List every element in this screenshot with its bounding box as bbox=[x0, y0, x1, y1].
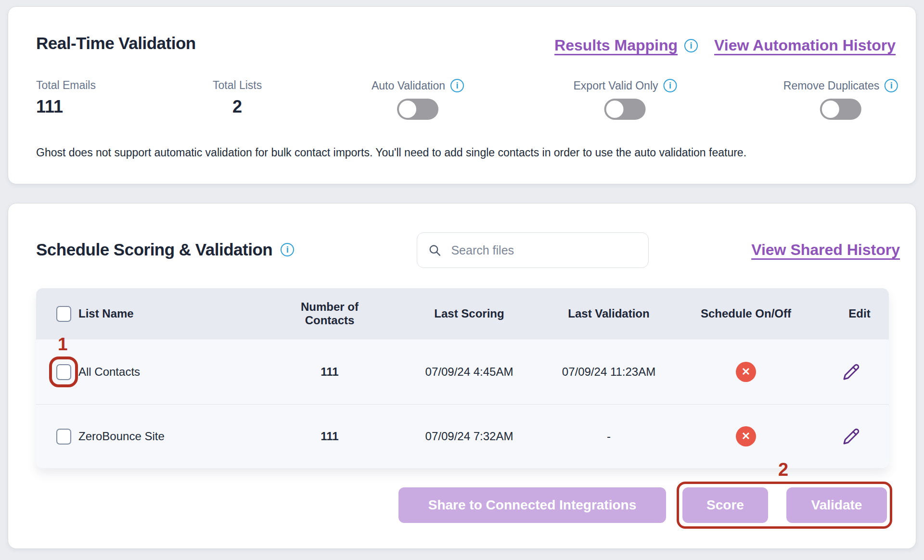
remove-duplicates-label-text: Remove Duplicates bbox=[783, 79, 879, 92]
score-button[interactable]: Score bbox=[682, 487, 768, 523]
total-emails-value: 111 bbox=[36, 97, 96, 117]
ghost-auto-validation-note: Ghost does not support automatic validat… bbox=[36, 146, 746, 159]
results-mapping-info-icon[interactable]: i bbox=[684, 39, 698, 52]
total-emails-label: Total Emails bbox=[36, 79, 96, 92]
number-of-contacts-header: Number of Contacts bbox=[277, 300, 383, 327]
list-name-value: All Contacts bbox=[78, 365, 140, 379]
schedule-scoring-card: Schedule Scoring & Validation i View Sha… bbox=[8, 203, 916, 549]
toggle-knob bbox=[399, 101, 416, 118]
realtime-validation-card: Real-Time Validation Results Mapping i V… bbox=[8, 6, 916, 184]
edit-pencil-icon[interactable] bbox=[843, 363, 860, 381]
row-checkbox-all-contacts[interactable] bbox=[56, 364, 71, 380]
last-scoring-value: 07/09/24 7:32AM bbox=[383, 430, 556, 443]
validate-button[interactable]: Validate bbox=[786, 487, 887, 523]
select-all-checkbox[interactable] bbox=[56, 306, 71, 322]
total-lists-label: Total Lists bbox=[213, 79, 262, 92]
row-name-cell: ZeroBounce Site bbox=[36, 429, 277, 445]
schedule-cell: ✕ bbox=[662, 426, 830, 446]
toggle-knob bbox=[606, 101, 624, 118]
auto-validation-toggle[interactable] bbox=[397, 99, 438, 120]
remove-duplicates-toggle[interactable] bbox=[820, 99, 861, 120]
auto-validation-info-icon[interactable]: i bbox=[450, 79, 464, 92]
total-lists-value: 2 bbox=[232, 97, 242, 117]
last-scoring-value: 07/09/24 4:45AM bbox=[383, 365, 556, 379]
edit-pencil-icon[interactable] bbox=[843, 428, 860, 445]
export-valid-only-label-text: Export Valid Only bbox=[574, 79, 658, 92]
remove-duplicates-label: Remove Duplicates i bbox=[783, 79, 898, 92]
realtime-validation-title: Real-Time Validation bbox=[36, 34, 196, 53]
auto-validation-label-text: Auto Validation bbox=[372, 79, 445, 92]
list-name-value: ZeroBounce Site bbox=[78, 430, 165, 443]
schedule-title-row: Schedule Scoring & Validation i bbox=[36, 240, 294, 259]
schedule-off-icon[interactable]: ✕ bbox=[736, 426, 756, 446]
last-validation-value: - bbox=[556, 430, 662, 443]
list-name-header: List Name bbox=[78, 307, 134, 320]
page: Real-Time Validation Results Mapping i V… bbox=[0, 0, 924, 560]
search-files-input[interactable] bbox=[451, 243, 638, 257]
search-icon bbox=[428, 242, 441, 258]
scoring-validation-table: List Name Number of Contacts Last Scorin… bbox=[36, 288, 889, 468]
schedule-scoring-title: Schedule Scoring & Validation bbox=[36, 240, 272, 259]
view-automation-history-link[interactable]: View Automation History bbox=[714, 37, 896, 54]
contacts-count-value: 111 bbox=[277, 430, 383, 443]
search-files-box[interactable] bbox=[417, 232, 649, 268]
schedule-scoring-info-icon[interactable]: i bbox=[281, 243, 294, 256]
total-emails-stat: Total Emails 111 bbox=[36, 79, 96, 117]
export-valid-only-toggle-group: Export Valid Only i bbox=[574, 79, 677, 120]
results-mapping-link[interactable]: Results Mapping bbox=[554, 37, 678, 54]
last-scoring-header: Last Scoring bbox=[383, 307, 556, 320]
edit-cell bbox=[830, 428, 889, 445]
schedule-cell: ✕ bbox=[662, 362, 830, 382]
toggle-knob bbox=[822, 101, 839, 118]
export-valid-only-info-icon[interactable]: i bbox=[663, 79, 677, 92]
share-to-integrations-button[interactable]: Share to Connected Integrations bbox=[398, 487, 666, 523]
last-validation-header: Last Validation bbox=[556, 307, 662, 320]
export-valid-only-label: Export Valid Only i bbox=[574, 79, 677, 92]
schedule-on-off-header: Schedule On/Off bbox=[662, 307, 830, 320]
auto-validation-toggle-group: Auto Validation i bbox=[372, 79, 464, 120]
row-name-cell: All Contacts bbox=[36, 364, 277, 380]
remove-duplicates-info-icon[interactable]: i bbox=[885, 79, 898, 92]
table-row-zerobounce-site: ZeroBounce Site 111 07/09/24 7:32AM - ✕ bbox=[36, 404, 889, 468]
schedule-off-icon[interactable]: ✕ bbox=[736, 362, 756, 382]
table-row-all-contacts: All Contacts 111 07/09/24 4:45AM 07/09/2… bbox=[36, 339, 889, 404]
last-validation-value: 07/09/24 11:23AM bbox=[556, 365, 662, 379]
realtime-header-links: Results Mapping i View Automation Histor… bbox=[554, 37, 896, 54]
edit-header: Edit bbox=[830, 307, 889, 320]
edit-cell bbox=[830, 363, 889, 381]
list-name-header-cell: List Name bbox=[36, 306, 277, 322]
total-lists-stat: Total Lists 2 bbox=[213, 79, 262, 117]
auto-validation-label: Auto Validation i bbox=[372, 79, 464, 92]
row-checkbox-zerobounce-site[interactable] bbox=[56, 429, 71, 445]
table-header-row: List Name Number of Contacts Last Scorin… bbox=[36, 288, 889, 339]
export-valid-only-toggle[interactable] bbox=[604, 99, 646, 120]
results-mapping-group: Results Mapping i bbox=[554, 37, 698, 54]
view-shared-history-link[interactable]: View Shared History bbox=[751, 241, 900, 259]
remove-duplicates-toggle-group: Remove Duplicates i bbox=[783, 79, 898, 120]
contacts-count-value: 111 bbox=[277, 365, 383, 379]
